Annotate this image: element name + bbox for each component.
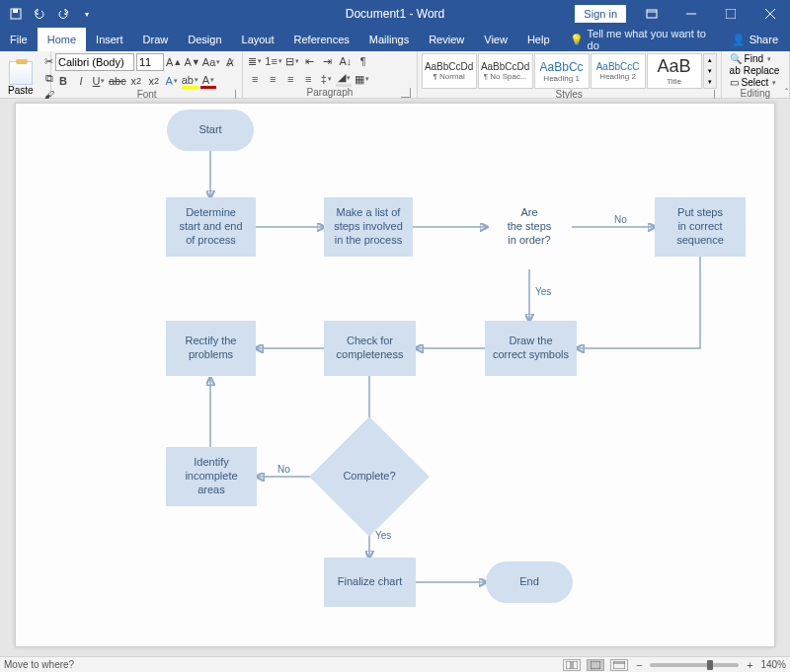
underline-button[interactable]: U▾ bbox=[91, 73, 107, 89]
label-no-1: No bbox=[614, 214, 627, 225]
undo-icon[interactable] bbox=[32, 6, 47, 22]
superscript-button[interactable]: x2 bbox=[146, 73, 162, 89]
subscript-button[interactable]: x2 bbox=[128, 73, 144, 89]
numbering-icon[interactable]: 1≡▾ bbox=[265, 53, 282, 69]
redo-icon[interactable] bbox=[55, 6, 71, 22]
sort-icon[interactable]: A↓ bbox=[338, 53, 354, 69]
tab-design[interactable]: Design bbox=[178, 28, 231, 51]
font-name-input[interactable] bbox=[55, 53, 134, 71]
select-button[interactable]: ▭Select▾ bbox=[730, 77, 780, 88]
flowchart-rectify[interactable]: Rectify theproblems bbox=[166, 321, 256, 376]
grow-font-icon[interactable]: A▲ bbox=[166, 54, 182, 70]
flowchart-end[interactable]: End bbox=[486, 561, 573, 603]
zoom-slider[interactable] bbox=[650, 663, 739, 667]
paste-button[interactable]: Paste bbox=[4, 61, 38, 96]
flowchart-drawsymbols[interactable]: Draw thecorrect symbols bbox=[485, 321, 577, 376]
styles-gallery[interactable]: AaBbCcDd¶ Normal AaBbCcDd¶ No Spac... Aa… bbox=[422, 53, 717, 89]
justify-icon[interactable]: ≡ bbox=[300, 71, 316, 87]
italic-button[interactable]: I bbox=[73, 73, 89, 89]
shrink-font-icon[interactable]: A▼ bbox=[184, 54, 199, 70]
find-button[interactable]: 🔍Find▾ bbox=[730, 53, 780, 64]
font-size-input[interactable] bbox=[136, 53, 164, 71]
zoom-out-button[interactable]: − bbox=[634, 660, 644, 670]
tab-review[interactable]: Review bbox=[419, 28, 474, 51]
increase-indent-icon[interactable]: ⇥ bbox=[320, 53, 336, 69]
styles-up-icon[interactable]: ▴ bbox=[704, 54, 716, 65]
label-no-2: No bbox=[277, 464, 290, 475]
style-nospacing[interactable]: AaBbCcDd¶ No Spac... bbox=[478, 53, 533, 89]
change-case-icon[interactable]: Aa▾ bbox=[202, 54, 220, 70]
styles-scroll[interactable]: ▴▾▾ bbox=[703, 53, 717, 89]
flowchart-makelist[interactable]: Make a list ofsteps involvedin the proce… bbox=[324, 197, 413, 257]
flowchart-start[interactable]: Start bbox=[167, 110, 254, 151]
collapse-ribbon-icon[interactable]: ˆ bbox=[785, 87, 788, 97]
tab-draw[interactable]: Draw bbox=[133, 28, 179, 51]
show-marks-icon[interactable]: ¶ bbox=[356, 53, 371, 69]
flowchart-determine[interactable]: Determinestart and endof process bbox=[166, 197, 256, 257]
view-read-mode[interactable] bbox=[563, 659, 581, 671]
flowchart-decision-complete[interactable]: Complete? bbox=[327, 434, 412, 519]
flowchart-putsteps[interactable]: Put stepsin correctsequence bbox=[655, 197, 746, 257]
tab-file[interactable]: File bbox=[0, 28, 38, 51]
bold-button[interactable]: B bbox=[55, 73, 71, 89]
ribbon-display-icon[interactable] bbox=[632, 0, 672, 28]
tab-references[interactable]: References bbox=[284, 28, 359, 51]
save-icon[interactable] bbox=[8, 6, 24, 22]
svg-rect-23 bbox=[613, 661, 625, 669]
replace-button[interactable]: abReplace bbox=[730, 65, 780, 76]
flowchart-decision-order[interactable]: Arethe stepsin order? bbox=[487, 185, 572, 269]
clear-format-icon[interactable]: A̷ bbox=[222, 54, 238, 70]
close-icon[interactable] bbox=[750, 0, 790, 28]
multilevel-icon[interactable]: ⊟▾ bbox=[284, 53, 300, 69]
page[interactable]: Start Determinestart and endof process M… bbox=[15, 103, 775, 647]
align-center-icon[interactable]: ≡ bbox=[265, 71, 280, 87]
align-right-icon[interactable]: ≡ bbox=[282, 71, 298, 87]
share-button[interactable]: 👤 Share bbox=[720, 34, 790, 46]
tab-view[interactable]: View bbox=[474, 28, 517, 51]
flowchart-finalize[interactable]: Finalize chart bbox=[324, 558, 416, 607]
paragraph-launcher[interactable] bbox=[401, 88, 411, 98]
zoom-in-button[interactable]: + bbox=[745, 660, 754, 670]
zoom-level[interactable]: 140% bbox=[760, 659, 786, 670]
svg-rect-5 bbox=[726, 9, 736, 19]
tell-me-input[interactable]: 💡 Tell me what you want to do bbox=[560, 28, 720, 51]
borders-icon[interactable]: ▦▾ bbox=[354, 71, 369, 87]
font-color-icon[interactable]: A▾ bbox=[200, 73, 216, 89]
flowchart-identify[interactable]: Identifyincompleteareas bbox=[166, 447, 257, 506]
editing-group-label: Editing bbox=[741, 88, 771, 99]
align-left-icon[interactable]: ≡ bbox=[247, 71, 263, 87]
highlight-icon[interactable]: ab▾ bbox=[182, 73, 198, 89]
flowchart-checkcomp[interactable]: Check forcompleteness bbox=[324, 321, 416, 376]
sign-in-button[interactable]: Sign in bbox=[575, 5, 626, 23]
style-title[interactable]: AaBTitle bbox=[647, 53, 702, 89]
tab-insert[interactable]: Insert bbox=[86, 28, 133, 51]
tab-mailings[interactable]: Mailings bbox=[359, 28, 419, 51]
styles-more-icon[interactable]: ▾ bbox=[704, 77, 716, 88]
view-print-layout[interactable] bbox=[587, 659, 604, 671]
zoom-thumb[interactable] bbox=[707, 660, 713, 670]
view-web-layout[interactable] bbox=[610, 659, 628, 671]
svg-rect-2 bbox=[647, 10, 657, 18]
tab-help[interactable]: Help bbox=[517, 28, 560, 51]
tab-home[interactable]: Home bbox=[38, 28, 86, 51]
line-spacing-icon[interactable]: ‡▾ bbox=[318, 71, 334, 87]
styles-down-icon[interactable]: ▾ bbox=[704, 65, 716, 76]
style-heading2[interactable]: AaBbCcCHeading 2 bbox=[591, 53, 646, 89]
document-title: Document1 - Word bbox=[346, 7, 444, 21]
find-icon: 🔍 bbox=[730, 53, 742, 64]
bullets-icon[interactable]: ≣▾ bbox=[247, 53, 263, 69]
text-effects-icon[interactable]: A▾ bbox=[164, 73, 180, 89]
minimize-icon[interactable] bbox=[672, 0, 711, 28]
qat-customize-icon[interactable]: ▾ bbox=[79, 6, 95, 22]
strikethrough-button[interactable]: abc bbox=[109, 73, 126, 89]
maximize-icon[interactable] bbox=[711, 0, 750, 28]
shading-icon[interactable]: ◢▾ bbox=[336, 71, 352, 87]
decrease-indent-icon[interactable]: ⇤ bbox=[302, 53, 318, 69]
style-heading1[interactable]: AaBbCcHeading 1 bbox=[534, 53, 590, 89]
share-icon: 👤 bbox=[732, 34, 746, 46]
tab-layout[interactable]: Layout bbox=[232, 28, 284, 51]
lightbulb-icon: 💡 bbox=[570, 34, 584, 46]
document-canvas[interactable]: Start Determinestart and endof process M… bbox=[0, 99, 790, 656]
style-normal[interactable]: AaBbCcDd¶ Normal bbox=[422, 53, 477, 89]
status-bar: Move to where? − + 140% bbox=[0, 656, 790, 672]
